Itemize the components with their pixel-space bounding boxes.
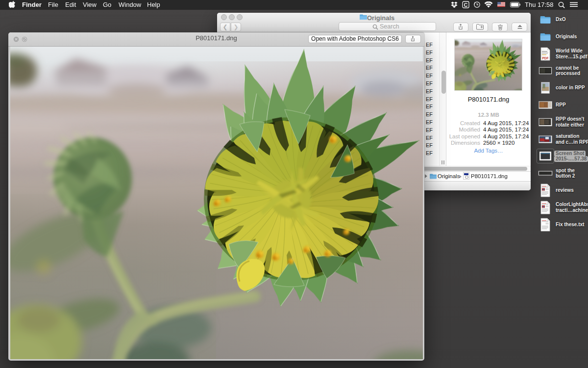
- svg-text:PDF: PDF: [542, 56, 549, 60]
- svg-text:C: C: [464, 2, 468, 8]
